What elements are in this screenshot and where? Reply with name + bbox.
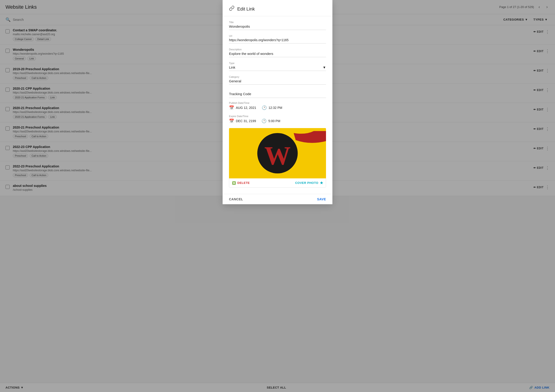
type-chevron-icon: ▼ — [322, 65, 326, 69]
cover-image-container: W ❎ DELETE COVER PHOTO ★ — [229, 128, 326, 188]
expire-clock-icon: 🕐 — [262, 118, 267, 123]
edit-link-modal: Edit Link Title Wonderopolis Url https:/… — [223, 0, 332, 204]
delete-image-button[interactable]: ❎ DELETE — [232, 181, 250, 185]
description-field-group: Description Explore the world of wonders — [229, 48, 326, 57]
type-field-group: Type Link ▼ — [229, 62, 326, 71]
image-actions: ❎ DELETE COVER PHOTO ★ — [229, 178, 326, 188]
description-value: Explore the world of wonders — [229, 52, 326, 57]
type-dropdown[interactable]: Link ▼ — [229, 65, 326, 71]
cover-photo-button[interactable]: COVER PHOTO ★ — [295, 181, 323, 185]
type-label: Type — [229, 62, 326, 65]
delete-label: DELETE — [237, 181, 250, 185]
delete-icon: ❎ — [232, 181, 236, 185]
modal-footer: CANCEL SAVE — [223, 194, 332, 204]
modal-overlay: Edit Link Title Wonderopolis Url https:/… — [0, 0, 555, 392]
expire-date-field[interactable]: 📅 DEC 31, 2199 — [229, 118, 256, 123]
expire-calendar-icon: 📅 — [229, 118, 234, 123]
publish-field-group: Publish Date/Time 📅 AUG 12, 2021 🕐 12:32… — [229, 102, 326, 110]
cancel-button[interactable]: CANCEL — [229, 197, 243, 201]
modal-header: Edit Link — [223, 0, 332, 16]
publish-datetime-row: 📅 AUG 12, 2021 🕐 12:32 PM — [229, 105, 326, 110]
description-label: Description — [229, 48, 326, 51]
edit-link-icon — [229, 6, 234, 12]
url-label: Url — [229, 35, 326, 37]
expire-field-group: Expire Date/Time 📅 DEC 31, 2199 🕐 5:00 P… — [229, 115, 326, 123]
title-label: Title — [229, 21, 326, 23]
title-value: Wonderopolis — [229, 24, 326, 30]
category-label: Category — [229, 75, 326, 78]
publish-time-field[interactable]: 🕐 12:32 PM — [262, 105, 282, 110]
cover-image: W — [229, 128, 326, 178]
title-field-group: Title Wonderopolis — [229, 21, 326, 30]
type-value: Link — [229, 65, 235, 69]
tracking-code-label: Tracking Code — [229, 89, 326, 98]
expire-label: Expire Date/Time — [229, 115, 326, 117]
save-button[interactable]: SAVE — [317, 197, 326, 201]
expire-time-field[interactable]: 🕐 5:00 PM — [262, 118, 280, 123]
expire-date-value: DEC 31, 2199 — [236, 119, 256, 123]
publish-label: Publish Date/Time — [229, 102, 326, 104]
category-value: General — [229, 79, 326, 85]
publish-calendar-icon: 📅 — [229, 105, 234, 110]
publish-date-field[interactable]: 📅 AUG 12, 2021 — [229, 105, 256, 110]
url-value: https://wonderopolis.org/wonders?q=1165 — [229, 38, 326, 44]
publish-time-value: 12:32 PM — [269, 106, 282, 109]
cancel-label: CANCEL — [229, 197, 243, 201]
url-field-group: Url https://wonderopolis.org/wonders?q=1… — [229, 35, 326, 44]
cover-photo-label: COVER PHOTO — [295, 181, 318, 185]
modal-title: Edit Link — [237, 6, 255, 12]
save-label: SAVE — [317, 197, 326, 201]
expire-time-value: 5:00 PM — [268, 119, 280, 123]
publish-date-value: AUG 12, 2021 — [236, 106, 256, 109]
star-icon: ★ — [320, 181, 323, 185]
svg-text:W: W — [264, 141, 291, 170]
publish-clock-icon: 🕐 — [262, 105, 267, 110]
expire-datetime-row: 📅 DEC 31, 2199 🕐 5:00 PM — [229, 118, 326, 123]
modal-body: Title Wonderopolis Url https://wonderopo… — [223, 16, 332, 194]
category-field-group: Category General — [229, 75, 326, 85]
